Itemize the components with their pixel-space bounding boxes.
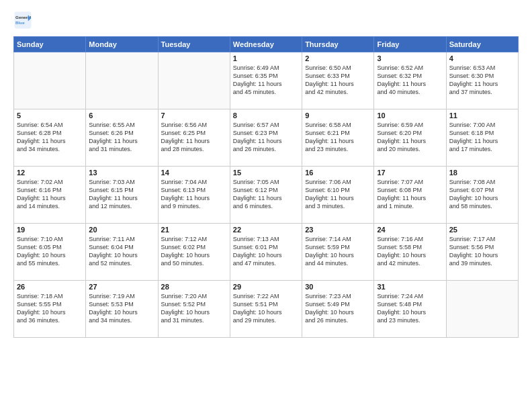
- calendar-cell: 11Sunrise: 7:00 AM Sunset: 6:18 PM Dayli…: [446, 109, 518, 167]
- day-info: Sunrise: 7:02 AM Sunset: 6:16 PM Dayligh…: [17, 178, 83, 211]
- day-info: Sunrise: 6:58 AM Sunset: 6:21 PM Dayligh…: [305, 121, 371, 154]
- weekday-header-friday: Friday: [374, 37, 446, 52]
- day-number: 7: [161, 111, 227, 120]
- day-info: Sunrise: 6:59 AM Sunset: 6:20 PM Dayligh…: [377, 121, 443, 154]
- day-info: Sunrise: 7:05 AM Sunset: 6:12 PM Dayligh…: [233, 178, 299, 211]
- day-number: 8: [233, 111, 299, 120]
- day-info: Sunrise: 7:24 AM Sunset: 5:48 PM Dayligh…: [377, 292, 443, 325]
- day-number: 19: [17, 226, 83, 234]
- day-number: 11: [449, 111, 515, 120]
- calendar-cell: 20Sunrise: 7:11 AM Sunset: 6:04 PM Dayli…: [86, 224, 158, 281]
- day-info: Sunrise: 6:56 AM Sunset: 6:25 PM Dayligh…: [161, 121, 227, 154]
- day-number: 20: [89, 226, 154, 234]
- calendar-cell: [158, 52, 230, 109]
- day-info: Sunrise: 6:53 AM Sunset: 6:30 PM Dayligh…: [449, 64, 515, 97]
- day-info: Sunrise: 7:04 AM Sunset: 6:13 PM Dayligh…: [161, 178, 227, 211]
- day-info: Sunrise: 7:08 AM Sunset: 6:07 PM Dayligh…: [449, 178, 515, 211]
- day-info: Sunrise: 6:52 AM Sunset: 6:32 PM Dayligh…: [377, 64, 443, 97]
- svg-text:Blue: Blue: [15, 20, 25, 25]
- calendar-cell: 13Sunrise: 7:03 AM Sunset: 6:15 PM Dayli…: [86, 167, 158, 224]
- day-number: 3: [377, 54, 443, 62]
- calendar-week-row: 5Sunrise: 6:54 AM Sunset: 6:28 PM Daylig…: [14, 109, 519, 167]
- calendar-cell: 3Sunrise: 6:52 AM Sunset: 6:32 PM Daylig…: [374, 52, 446, 109]
- weekday-header-row: SundayMondayTuesdayWednesdayThursdayFrid…: [14, 37, 519, 52]
- header: General Blue: [13, 11, 519, 30]
- day-info: Sunrise: 7:11 AM Sunset: 6:04 PM Dayligh…: [89, 235, 154, 268]
- calendar-cell: 22Sunrise: 7:13 AM Sunset: 6:01 PM Dayli…: [230, 224, 302, 281]
- calendar-cell: 21Sunrise: 7:12 AM Sunset: 6:02 PM Dayli…: [158, 224, 230, 281]
- day-info: Sunrise: 7:22 AM Sunset: 5:51 PM Dayligh…: [233, 292, 299, 325]
- calendar-cell: 24Sunrise: 7:16 AM Sunset: 5:58 PM Dayli…: [374, 224, 446, 281]
- page: General Blue SundayMondayTuesdayWednesda…: [0, 0, 532, 411]
- day-number: 13: [89, 169, 154, 177]
- calendar-cell: 12Sunrise: 7:02 AM Sunset: 6:16 PM Dayli…: [14, 167, 86, 224]
- logo: General Blue: [13, 11, 32, 30]
- calendar-cell: 4Sunrise: 6:53 AM Sunset: 6:30 PM Daylig…: [446, 52, 518, 109]
- day-info: Sunrise: 6:57 AM Sunset: 6:23 PM Dayligh…: [233, 121, 299, 154]
- day-info: Sunrise: 7:12 AM Sunset: 6:02 PM Dayligh…: [161, 235, 227, 268]
- calendar-week-row: 26Sunrise: 7:18 AM Sunset: 5:55 PM Dayli…: [14, 281, 519, 338]
- day-number: 29: [233, 283, 299, 291]
- calendar-cell: 17Sunrise: 7:07 AM Sunset: 6:08 PM Dayli…: [374, 167, 446, 224]
- weekday-header-tuesday: Tuesday: [158, 37, 230, 52]
- calendar-week-row: 12Sunrise: 7:02 AM Sunset: 6:16 PM Dayli…: [14, 167, 519, 224]
- calendar-cell: 27Sunrise: 7:19 AM Sunset: 5:53 PM Dayli…: [86, 281, 158, 338]
- day-number: 25: [449, 226, 515, 234]
- day-number: 6: [89, 111, 154, 120]
- day-number: 30: [305, 283, 371, 291]
- day-number: 22: [233, 226, 299, 234]
- day-info: Sunrise: 7:00 AM Sunset: 6:18 PM Dayligh…: [449, 121, 515, 154]
- calendar-cell: 7Sunrise: 6:56 AM Sunset: 6:25 PM Daylig…: [158, 109, 230, 167]
- calendar-cell: [86, 52, 158, 109]
- day-number: 9: [305, 111, 371, 120]
- calendar-cell: 19Sunrise: 7:10 AM Sunset: 6:05 PM Dayli…: [14, 224, 86, 281]
- calendar-cell: 5Sunrise: 6:54 AM Sunset: 6:28 PM Daylig…: [14, 109, 86, 167]
- day-number: 24: [377, 226, 443, 234]
- day-info: Sunrise: 7:06 AM Sunset: 6:10 PM Dayligh…: [305, 178, 371, 211]
- day-info: Sunrise: 6:54 AM Sunset: 6:28 PM Dayligh…: [17, 121, 83, 154]
- day-number: 12: [17, 169, 83, 177]
- day-number: 21: [161, 226, 227, 234]
- day-info: Sunrise: 7:16 AM Sunset: 5:58 PM Dayligh…: [377, 235, 443, 268]
- calendar-cell: 8Sunrise: 6:57 AM Sunset: 6:23 PM Daylig…: [230, 109, 302, 167]
- day-info: Sunrise: 7:10 AM Sunset: 6:05 PM Dayligh…: [17, 235, 83, 268]
- day-info: Sunrise: 7:03 AM Sunset: 6:15 PM Dayligh…: [89, 178, 154, 211]
- day-number: 26: [17, 283, 83, 291]
- day-number: 2: [305, 54, 371, 62]
- day-info: Sunrise: 7:19 AM Sunset: 5:53 PM Dayligh…: [89, 292, 154, 325]
- day-number: 28: [161, 283, 227, 291]
- day-number: 16: [305, 169, 371, 177]
- calendar-cell: 15Sunrise: 7:05 AM Sunset: 6:12 PM Dayli…: [230, 167, 302, 224]
- calendar-cell: 18Sunrise: 7:08 AM Sunset: 6:07 PM Dayli…: [446, 167, 518, 224]
- calendar-cell: [446, 281, 518, 338]
- calendar-cell: 26Sunrise: 7:18 AM Sunset: 5:55 PM Dayli…: [14, 281, 86, 338]
- day-number: 10: [377, 111, 443, 120]
- calendar-cell: 16Sunrise: 7:06 AM Sunset: 6:10 PM Dayli…: [302, 167, 374, 224]
- calendar-cell: 10Sunrise: 6:59 AM Sunset: 6:20 PM Dayli…: [374, 109, 446, 167]
- day-number: 17: [377, 169, 443, 177]
- day-number: 14: [161, 169, 227, 177]
- day-number: 23: [305, 226, 371, 234]
- calendar-cell: 25Sunrise: 7:17 AM Sunset: 5:56 PM Dayli…: [446, 224, 518, 281]
- day-info: Sunrise: 6:49 AM Sunset: 6:35 PM Dayligh…: [233, 64, 299, 97]
- calendar-cell: 14Sunrise: 7:04 AM Sunset: 6:13 PM Dayli…: [158, 167, 230, 224]
- day-number: 4: [449, 54, 515, 62]
- day-info: Sunrise: 7:17 AM Sunset: 5:56 PM Dayligh…: [449, 235, 515, 268]
- day-info: Sunrise: 7:07 AM Sunset: 6:08 PM Dayligh…: [377, 178, 443, 211]
- day-number: 31: [377, 283, 443, 291]
- day-info: Sunrise: 7:14 AM Sunset: 5:59 PM Dayligh…: [305, 235, 371, 268]
- weekday-header-monday: Monday: [86, 37, 158, 52]
- calendar-cell: 2Sunrise: 6:50 AM Sunset: 6:33 PM Daylig…: [302, 52, 374, 109]
- day-info: Sunrise: 6:50 AM Sunset: 6:33 PM Dayligh…: [305, 64, 371, 97]
- calendar-cell: 9Sunrise: 6:58 AM Sunset: 6:21 PM Daylig…: [302, 109, 374, 167]
- day-number: 18: [449, 169, 515, 177]
- weekday-header-thursday: Thursday: [302, 37, 374, 52]
- day-info: Sunrise: 7:13 AM Sunset: 6:01 PM Dayligh…: [233, 235, 299, 268]
- day-number: 5: [17, 111, 83, 120]
- calendar-cell: 31Sunrise: 7:24 AM Sunset: 5:48 PM Dayli…: [374, 281, 446, 338]
- weekday-header-saturday: Saturday: [446, 37, 518, 52]
- calendar-cell: 29Sunrise: 7:22 AM Sunset: 5:51 PM Dayli…: [230, 281, 302, 338]
- calendar-cell: 23Sunrise: 7:14 AM Sunset: 5:59 PM Dayli…: [302, 224, 374, 281]
- day-number: 27: [89, 283, 154, 291]
- logo-icon: General Blue: [13, 11, 32, 30]
